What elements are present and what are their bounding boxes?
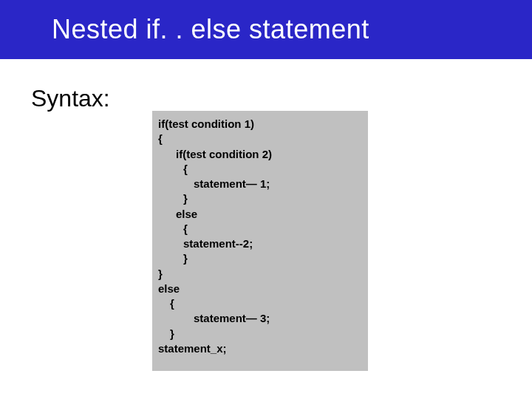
code-line: }	[158, 327, 362, 341]
code-line: {	[158, 222, 362, 236]
code-line: {	[158, 132, 362, 146]
code-line: {	[158, 162, 362, 177]
code-line: if(test condition 1)	[158, 117, 362, 132]
code-line: statement--2;	[158, 236, 362, 251]
syntax-label: Syntax:	[31, 85, 110, 112]
code-line: {	[158, 296, 362, 311]
code-line: }	[158, 267, 362, 282]
code-line: statement_x;	[158, 341, 362, 356]
code-block: if(test condition 1) { if(test condition…	[152, 111, 368, 371]
code-line: }	[158, 191, 362, 206]
code-line: else	[158, 207, 362, 222]
code-line: statement— 3;	[158, 311, 362, 326]
code-line: else	[158, 282, 362, 296]
slide-title: Nested if. . else statement	[52, 14, 369, 45]
code-line: }	[158, 251, 362, 266]
code-line: statement— 1;	[158, 177, 362, 191]
code-line: if(test condition 2)	[158, 147, 362, 162]
slide-header: Nested if. . else statement	[0, 0, 532, 59]
